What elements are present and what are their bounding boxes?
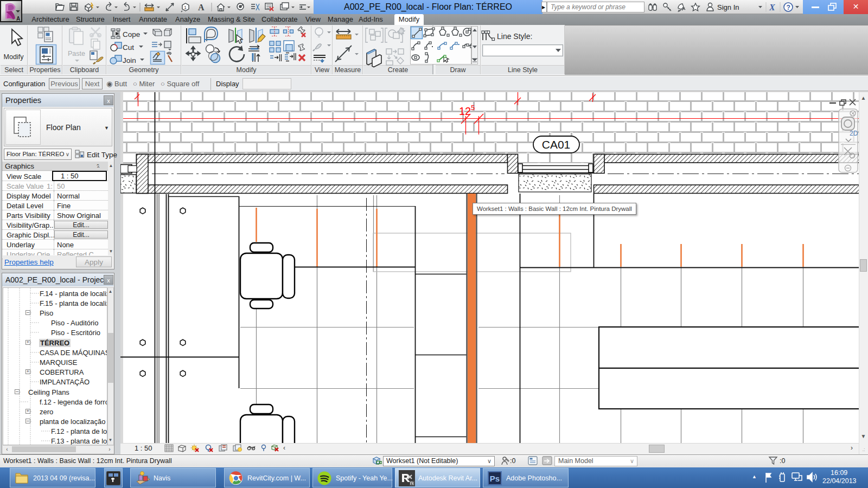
svg-text:Line Style:: Line Style: (497, 32, 532, 41)
svg-text:Sign In: Sign In (717, 3, 739, 11)
svg-text:Join: Join (123, 56, 136, 65)
svg-text:A: A (198, 3, 205, 12)
svg-text:Paste: Paste (68, 50, 85, 57)
svg-text:CA01: CA01 (542, 138, 571, 151)
svg-text:2D: 2D (850, 130, 858, 137)
svg-text:1: 1 (184, 5, 187, 10)
svg-text:?: ? (787, 4, 790, 11)
svg-text:Modify: Modify (4, 53, 24, 61)
svg-text:Cope: Cope (123, 30, 140, 38)
svg-text:12: 12 (459, 105, 471, 117)
svg-text:Cut: Cut (123, 43, 134, 52)
svg-text:A: A (16, 16, 20, 22)
svg-text:5: 5 (471, 104, 475, 112)
svg-text:X: X (769, 3, 775, 12)
